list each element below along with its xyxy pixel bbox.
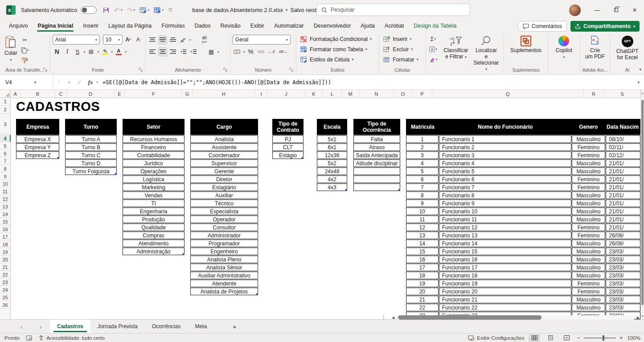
- matricula-cell[interactable]: 20: [406, 288, 439, 295]
- table-cell[interactable]: Operador: [190, 216, 258, 223]
- table-cell[interactable]: Produção: [123, 216, 185, 223]
- orientation-icon[interactable]: ab: [179, 35, 188, 45]
- turno-header[interactable]: Turno: [65, 119, 117, 135]
- font-dialog-launcher[interactable]: [139, 68, 144, 73]
- table-cell[interactable]: Marketing: [123, 183, 185, 191]
- matricula-cell[interactable]: 13: [406, 232, 439, 239]
- cargo-header[interactable]: Cargo: [190, 119, 258, 135]
- number-format-select[interactable]: Geral▾: [233, 35, 291, 45]
- column-header-J[interactable]: J: [267, 90, 305, 98]
- matricula-cell[interactable]: 3: [406, 151, 439, 159]
- column-header-M[interactable]: M: [342, 90, 359, 98]
- table-cell[interactable]: Contabilidade: [123, 151, 185, 159]
- macro-record-icon[interactable]: [26, 335, 32, 341]
- addins-button[interactable]: Suplementos: [508, 34, 544, 55]
- genero-cell[interactable]: Masculino: [572, 272, 606, 279]
- nome-cell[interactable]: Funcionario 2: [439, 143, 571, 151]
- scroll-down-icon[interactable]: ▼: [641, 315, 644, 318]
- display-settings-button[interactable]: Exibir Configurações: [468, 335, 524, 341]
- genero-cell[interactable]: Feminino: [572, 183, 606, 191]
- formula-input[interactable]: =SE([@[Data de Admissão]]="";"";ANO(HOJE…: [103, 79, 637, 86]
- table-cell[interactable]: Turno Folguista: [65, 167, 117, 175]
- table-cell[interactable]: Analista de Projetos: [190, 288, 258, 295]
- nome-cell[interactable]: Funcionario 3: [439, 151, 571, 159]
- cut-icon[interactable]: ✂: [20, 35, 30, 45]
- row-header-24[interactable]: 24: [0, 286, 10, 293]
- increase-font-icon[interactable]: A^: [124, 35, 133, 45]
- genero-cell[interactable]: Masculino: [572, 167, 606, 175]
- row-header-13[interactable]: 13: [0, 203, 10, 210]
- data-nascimento-cell[interactable]: 23/03/: [606, 288, 640, 295]
- table-cell[interactable]: Supervisor: [190, 159, 258, 167]
- fill-color-icon[interactable]: [100, 47, 109, 57]
- contrato-header[interactable]: Tipo de Contrato: [272, 119, 304, 135]
- genero-cell[interactable]: Masculino: [572, 135, 606, 143]
- excel-logo-icon[interactable]: x: [6, 5, 16, 15]
- add-sheet-button[interactable]: +: [225, 320, 245, 333]
- ribbon-tab[interactable]: Arquivo: [4, 20, 32, 32]
- page-break-view-icon[interactable]: [561, 334, 572, 342]
- decrease-decimal-icon[interactable]: .00→: [277, 47, 289, 57]
- row-header-19[interactable]: 19: [0, 248, 10, 256]
- column-header-R[interactable]: R: [583, 90, 604, 98]
- matricula-cell[interactable]: 8: [406, 191, 439, 199]
- column-header-G[interactable]: G: [182, 90, 193, 98]
- normal-view-icon[interactable]: [529, 334, 540, 342]
- nome-cell[interactable]: Funcionario 12: [439, 224, 571, 231]
- sheet-tab[interactable]: Cadastros: [50, 320, 90, 333]
- table-cell[interactable]: Atendente: [190, 280, 258, 287]
- wrap-text-icon[interactable]: abc↩: [200, 35, 209, 45]
- ribbon-tab[interactable]: Dados: [190, 20, 215, 32]
- row-header-5[interactable]: 5: [0, 142, 10, 150]
- page-layout-view-icon[interactable]: [545, 334, 556, 342]
- increase-indent-icon[interactable]: [189, 47, 198, 57]
- matricula-cell[interactable]: 22: [406, 304, 439, 311]
- table-cell[interactable]: Falta: [353, 135, 400, 143]
- clear-icon[interactable]: ▾: [428, 55, 438, 64]
- zoom-slider[interactable]: [584, 338, 616, 338]
- row-header-4[interactable]: 4: [0, 135, 10, 142]
- nome-cell[interactable]: Funcionario 11: [439, 216, 571, 223]
- zoom-in-icon[interactable]: +: [619, 334, 623, 341]
- name-box[interactable]: V4▾: [0, 75, 53, 90]
- nome-cell[interactable]: Funcionario 9: [439, 200, 571, 207]
- data-nascimento-cell[interactable]: 23/03/: [606, 248, 640, 255]
- ribbon-tab[interactable]: Fórmulas: [157, 20, 189, 32]
- sort-filter-button[interactable]: AZ Classificare Filtrar ▾: [441, 34, 471, 61]
- table-cell[interactable]: Empresa Z: [16, 151, 59, 159]
- horizontal-scroll-thumb[interactable]: [398, 315, 541, 320]
- ribbon-tab[interactable]: Inserir: [78, 20, 103, 32]
- table-cell[interactable]: Atendimento: [123, 240, 185, 247]
- matricula-cell[interactable]: 6: [406, 175, 439, 183]
- nome-cell[interactable]: Funcionario 4: [439, 159, 571, 167]
- matricula-cell[interactable]: 5: [406, 167, 439, 175]
- nome-cell[interactable]: Funcionario 16: [439, 256, 571, 263]
- table-cell[interactable]: Logística: [123, 175, 185, 183]
- column-header-E[interactable]: E: [115, 90, 125, 98]
- table-cell[interactable]: Atraso: [353, 143, 400, 151]
- table-cell[interactable]: Turno B: [65, 143, 117, 151]
- increase-decimal-icon[interactable]: ←.0: [267, 47, 276, 57]
- table-cell[interactable]: Diretor: [190, 175, 258, 183]
- zoom-out-icon[interactable]: −: [577, 334, 580, 341]
- row-header-23[interactable]: 23: [0, 279, 10, 286]
- search-input[interactable]: Pesquisar: [316, 4, 470, 16]
- column-header-L[interactable]: L: [323, 90, 342, 98]
- genero-cell[interactable]: Feminino: [572, 288, 606, 295]
- nome-cell[interactable]: Funcionario 5: [439, 167, 571, 175]
- decrease-font-icon[interactable]: Aˇ: [134, 35, 143, 45]
- nome-cell[interactable]: Funcionario 15: [439, 248, 571, 255]
- data-nascimento-cell[interactable]: 21/01/: [606, 224, 640, 231]
- table-cell[interactable]: Turno C: [65, 151, 117, 159]
- genero-cell[interactable]: Masculino: [572, 256, 606, 263]
- genero-cell[interactable]: Masculino: [572, 208, 606, 215]
- nome-cell[interactable]: Funcionario 13: [439, 232, 571, 239]
- tabstrip-menu-icon[interactable]: ⋮: [381, 314, 386, 321]
- table-cell[interactable]: Vendas: [123, 191, 185, 199]
- matricula-cell[interactable]: 18: [406, 272, 439, 279]
- zoom-slider-handle[interactable]: [603, 335, 604, 341]
- autosave-toggle[interactable]: [81, 6, 97, 14]
- table-cell[interactable]: Qualidade: [123, 224, 185, 231]
- table-cell[interactable]: [353, 175, 400, 183]
- table-cell[interactable]: Estagiário: [190, 183, 258, 191]
